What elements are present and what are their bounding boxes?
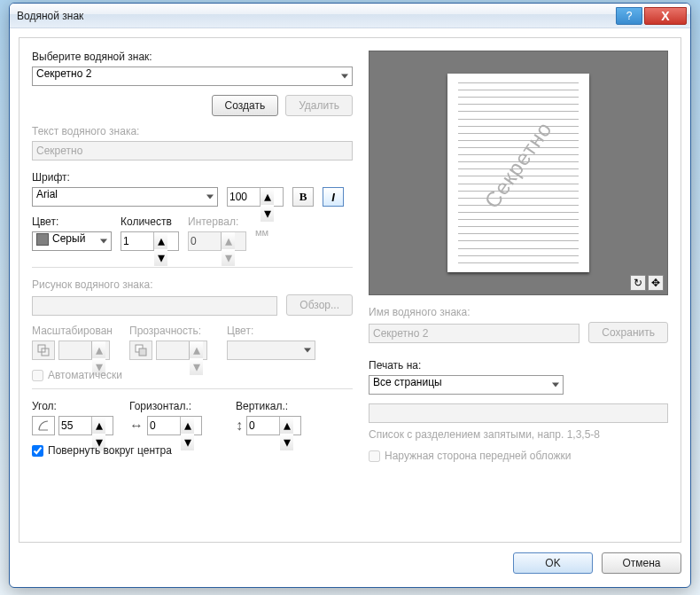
spin-up-icon[interactable]: ▴	[92, 417, 105, 434]
image-path-input	[32, 296, 277, 316]
dialog-content: Выберите водяной знак: Секретно 2 Создат…	[19, 37, 681, 543]
svg-rect-3	[139, 348, 146, 356]
front-cover-label: Наружная сторона передней обложки	[385, 450, 571, 462]
spin-down-icon[interactable]: ▾	[154, 249, 167, 266]
horiz-arrow-icon: ↔	[129, 418, 144, 434]
angle-label: Угол:	[32, 400, 121, 412]
rotate-center-label: Повернуть вокруг центра	[48, 444, 172, 457]
scale-input	[59, 342, 91, 358]
img-color-label: Цвет:	[227, 325, 315, 337]
divider	[32, 388, 353, 389]
color-value: Серый	[52, 232, 85, 245]
transparency-spinner: ▴▾	[156, 341, 207, 360]
font-size-input[interactable]	[228, 189, 260, 205]
browse-button: Обзор...	[286, 294, 353, 316]
name-label: Имя водяного знака:	[369, 306, 668, 318]
interval-label: Интервал:	[188, 215, 246, 228]
cancel-button[interactable]: Отмена	[602, 552, 681, 574]
preview-pane: Секретно ↻ ✥	[369, 51, 668, 295]
watermark-text-label: Текст водяного знака:	[32, 125, 353, 137]
create-button[interactable]: Создать	[212, 95, 279, 116]
name-input: Секретно 2	[369, 324, 579, 343]
auto-checkbox: Автоматически	[32, 369, 353, 381]
print-label: Печать на:	[369, 359, 668, 372]
transparency-icon	[129, 341, 152, 360]
transparency-input	[157, 342, 189, 358]
font-select[interactable]: Arial	[32, 187, 218, 207]
divider	[32, 267, 353, 268]
auto-label: Автоматически	[48, 369, 122, 381]
spin-up-icon: ▴	[222, 232, 235, 249]
watermark-select-value: Секретно 2	[36, 67, 91, 80]
move-preview-icon[interactable]: ✥	[648, 275, 664, 291]
print-select[interactable]: Все страницы	[369, 375, 564, 395]
pages-hint: Список с разделением запятыми, напр. 1,3…	[369, 428, 668, 441]
italic-button[interactable]: I	[323, 187, 344, 207]
horiz-input[interactable]	[148, 418, 180, 434]
angle-spinner[interactable]: ▴▾	[58, 416, 113, 435]
help-button[interactable]: ?	[616, 7, 642, 25]
font-size-spinner[interactable]: ▴▾	[227, 187, 284, 207]
spin-up-icon[interactable]: ▴	[280, 417, 293, 434]
spin-up-icon[interactable]: ▴	[181, 417, 194, 434]
watermark-text-input: Секретно	[32, 141, 353, 160]
spin-down-icon: ▾	[222, 249, 235, 266]
save-button: Сохранить	[588, 322, 668, 343]
transparency-label: Прозрачность:	[129, 325, 218, 337]
angle-input[interactable]	[59, 418, 91, 434]
print-select-value: Все страницы	[373, 376, 442, 388]
scale-spinner: ▴▾	[58, 341, 110, 360]
dialog-window: Водяной знак ? X Выберите водяной знак: …	[9, 3, 691, 588]
rotate-center-checkbox[interactable]: Повернуть вокруг центра	[32, 444, 353, 457]
titlebar: Водяной знак ? X	[10, 4, 690, 28]
front-cover-checkbox: Наружная сторона передней обложки	[369, 450, 668, 462]
spin-up-icon[interactable]: ▴	[261, 188, 274, 205]
dialog-footer: OK Отмена	[19, 548, 681, 578]
color-select[interactable]: Серый	[32, 231, 112, 251]
interval-unit: мм	[255, 227, 268, 240]
count-input[interactable]	[121, 233, 153, 249]
vert-label: Вертикал.:	[236, 400, 333, 412]
select-watermark-label: Выберите водяной знак:	[32, 51, 353, 63]
scale-label: Масштабирован	[32, 325, 121, 337]
interval-spinner: ▴▾	[188, 231, 246, 251]
vert-spinner[interactable]: ▴▾	[246, 416, 301, 435]
font-label: Шрифт:	[32, 171, 353, 184]
count-spinner[interactable]: ▴▾	[121, 231, 179, 251]
horiz-label: Горизонтал.:	[129, 400, 227, 412]
color-label: Цвет:	[32, 215, 112, 228]
horiz-spinner[interactable]: ▴▾	[147, 416, 202, 435]
vert-input[interactable]	[247, 418, 279, 434]
spin-up-icon[interactable]: ▴	[154, 232, 167, 249]
bold-button[interactable]: B	[292, 187, 314, 207]
pages-input	[369, 403, 668, 423]
scale-icon	[32, 341, 55, 360]
delete-button: Удалить	[285, 95, 353, 116]
close-button[interactable]: X	[644, 7, 687, 25]
count-label: Количеств	[121, 215, 179, 228]
angle-icon	[32, 416, 55, 435]
rotate-preview-icon[interactable]: ↻	[630, 275, 646, 291]
color-swatch-icon	[36, 233, 49, 246]
window-title: Водяной знак	[17, 10, 616, 22]
preview-page: Секретно	[447, 74, 589, 272]
font-select-value: Arial	[36, 188, 58, 200]
watermark-select[interactable]: Секретно 2	[32, 67, 353, 86]
image-label: Рисунок водяного знака:	[32, 278, 353, 291]
img-color-select	[227, 341, 315, 360]
interval-input	[189, 233, 221, 249]
ok-button[interactable]: OK	[513, 552, 593, 574]
vert-arrow-icon: ↕	[236, 418, 243, 434]
